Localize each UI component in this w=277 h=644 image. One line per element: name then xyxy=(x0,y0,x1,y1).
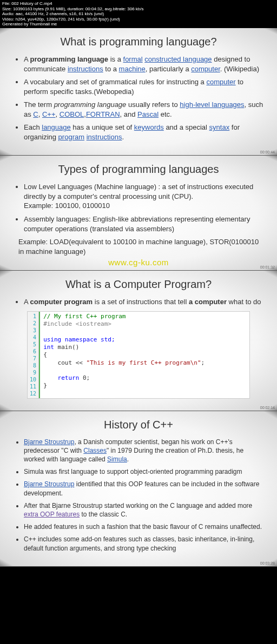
link-language[interactable]: language xyxy=(42,123,71,131)
link-formal[interactable]: formal xyxy=(123,55,143,63)
link-extra-oop-features[interactable]: extra OOP features xyxy=(24,511,80,518)
slide-1-bullet-3: The term programming language usually re… xyxy=(24,100,265,119)
link-constructed-language[interactable]: constructed language xyxy=(144,55,212,63)
link-bjarne-stroustrup[interactable]: Bjarne Stroustrup xyxy=(24,438,74,446)
slide-4-bullet-2: Simula was first language to support obj… xyxy=(24,467,265,476)
watermark: www.cg-ku.com xyxy=(0,258,277,267)
slide-1-title: What is programming language? xyxy=(12,36,265,48)
slide-2-timestamp: 00:01:32 xyxy=(260,265,275,269)
slide-4-bullet-1: Bjarne Stroustrup, a Danish computer sci… xyxy=(24,438,265,464)
link-simula[interactable]: Simula xyxy=(107,455,127,463)
slide-3-title: What is a Computer Program? xyxy=(12,278,265,291)
link-keywords[interactable]: keywords xyxy=(134,123,164,131)
slide-4-bullet-5: He added features in such a fashion that… xyxy=(24,522,265,531)
slide-1-list: A programming language is a formal const… xyxy=(12,55,265,142)
slide-3-bullet-1: A computer program is a set of instructi… xyxy=(24,297,265,307)
link-program[interactable]: program xyxy=(58,133,84,141)
link-classes[interactable]: Classes xyxy=(83,447,107,454)
slide-3-list: A computer program is a set of instructi… xyxy=(12,297,265,307)
slide-2-example-2: Example: LOAD(equivalent to 100100 in ma… xyxy=(18,237,265,256)
code-block: 1 2 3 4 5 6 7 8 9 10 11 12 // My first C… xyxy=(27,311,250,399)
meta-audio: Audio: aac, 44100 Hz, 2 channels, s16, 6… xyxy=(2,11,275,17)
slide-1-timestamp: 00:00:44 xyxy=(260,150,275,154)
code-body: // My first C++ program #include <iostre… xyxy=(39,312,249,398)
code-gutter: 1 2 3 4 5 6 7 8 9 10 11 12 xyxy=(28,312,39,398)
link-instructions-2[interactable]: instructions xyxy=(87,133,122,141)
slide-2: Types of programming languages Low Level… xyxy=(0,156,277,271)
slide-1-bullet-2: A vocabulary and set of grammatical rule… xyxy=(24,77,265,96)
link-computer[interactable]: computer xyxy=(191,65,220,73)
link-c[interactable]: C xyxy=(33,110,38,118)
link-syntax[interactable]: syntax xyxy=(209,123,230,131)
link-computer-2[interactable]: computer xyxy=(206,78,235,86)
link-pascal[interactable]: Pascal xyxy=(137,110,159,118)
link-cpp[interactable]: C++ xyxy=(42,110,56,118)
slide-4-bullet-3: Bjarne Stroustrup identified that this O… xyxy=(24,480,265,497)
link-cobol[interactable]: COBOL xyxy=(60,110,84,118)
slide-4: History of C++ Bjarne Stroustrup, a Dani… xyxy=(0,411,277,567)
meta-size: Size: 10390163 bytes (9.91 MiB), duratio… xyxy=(2,6,275,12)
link-high-level-languages[interactable]: high-level languages xyxy=(180,100,244,109)
meta-generated: Generated by Thumbnail me xyxy=(2,22,275,27)
slide-2-title: Types of programming languages xyxy=(12,163,265,176)
slide-3-timestamp: 00:02:14 xyxy=(260,406,275,410)
slide-4-bullet-6: C++ includes some add-on features such a… xyxy=(24,535,265,552)
meta-video: Video: h264, yuv420p, 1280x720, 241 kb/s… xyxy=(2,17,275,22)
slide-4-title: History of C++ xyxy=(12,419,265,431)
file-metadata-header: File: 002 History of C.mp4 Size: 1039016… xyxy=(0,0,277,28)
slide-4-timestamp: 00:03:28 xyxy=(260,561,275,565)
slide-1-bullet-1: A programming language is a formal const… xyxy=(24,55,265,73)
slide-1-bullet-4: Each language has a unique set of keywor… xyxy=(24,123,265,142)
link-machine[interactable]: machine xyxy=(119,65,146,73)
slide-4-bullet-4: After that Bjarne Stroustrup started wor… xyxy=(24,501,265,519)
link-bjarne-stroustrup-2[interactable]: Bjarne Stroustrup xyxy=(24,480,74,488)
slide-2-bullet-2: Assembly languages: English-like abbrevi… xyxy=(24,214,265,233)
link-fortran[interactable]: FORTRAN xyxy=(86,110,120,118)
link-instructions[interactable]: instructions xyxy=(68,65,103,73)
meta-file: File: 002 History of C.mp4 xyxy=(2,1,275,6)
slide-4-list: Bjarne Stroustrup, a Danish computer sci… xyxy=(12,438,265,553)
slide-2-list: Low Level Languages (Machine language) :… xyxy=(12,182,265,233)
slide-1: What is programming language? A programm… xyxy=(0,28,277,156)
slide-3: What is a Computer Program? A computer p… xyxy=(0,271,277,411)
slide-2-bullet-1: Low Level Languages (Machine language) :… xyxy=(24,182,265,211)
